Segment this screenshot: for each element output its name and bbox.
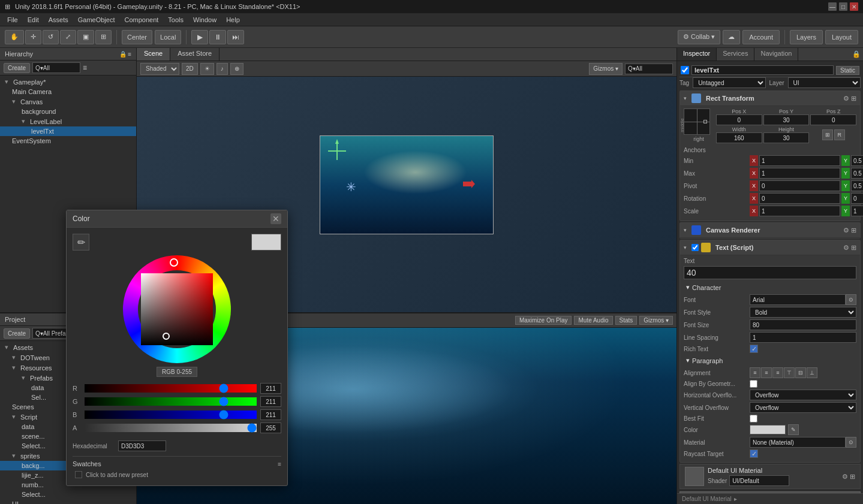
- component-settings-icon[interactable]: ⚙: [843, 95, 849, 102]
- v-overflow-select[interactable]: Overflow Truncate: [750, 402, 856, 413]
- align-middle-btn[interactable]: ⊟: [795, 367, 806, 378]
- font-input[interactable]: [750, 294, 846, 305]
- pos-z-input[interactable]: [810, 114, 856, 125]
- tab-inspector[interactable]: Inspector: [677, 48, 717, 61]
- hierarchy-menu-btn[interactable]: ≡: [83, 64, 87, 72]
- color-wheel-area[interactable]: [73, 255, 281, 363]
- minimize-btn[interactable]: —: [828, 2, 837, 11]
- effects-btn[interactable]: ⊕: [230, 63, 243, 75]
- hierarchy-search[interactable]: [32, 62, 80, 73]
- material-select-btn[interactable]: ⊙: [846, 437, 856, 448]
- hex-input[interactable]: [118, 440, 166, 451]
- stretch-h-btn[interactable]: R: [834, 129, 845, 140]
- menu-file[interactable]: File: [2, 15, 23, 25]
- center-toggle[interactable]: Center: [122, 30, 152, 44]
- project-create-btn[interactable]: Create: [4, 328, 30, 339]
- transform-tool[interactable]: ⊞: [95, 30, 112, 44]
- maximize-btn[interactable]: □: [839, 2, 847, 11]
- align-bottom-btn[interactable]: ⊥: [807, 367, 817, 378]
- pause-button[interactable]: ⏸: [209, 30, 226, 44]
- h-overflow-select[interactable]: Overflow Wrap: [750, 390, 856, 400]
- add-swatch-checkbox[interactable]: [75, 471, 82, 478]
- component-ref-icon[interactable]: ⊞: [851, 95, 856, 102]
- pos-y-input[interactable]: [763, 114, 810, 125]
- shader-value-input[interactable]: [729, 475, 789, 486]
- rect-tool[interactable]: ▣: [77, 30, 94, 44]
- scale-y-input[interactable]: [851, 206, 863, 216]
- swatches-options-icon[interactable]: ≡: [278, 461, 281, 467]
- menu-help[interactable]: Help: [221, 15, 245, 25]
- color-pick-btn[interactable]: ✎: [788, 424, 799, 435]
- anchor-preset-visual[interactable]: [684, 108, 710, 135]
- layer-select[interactable]: UI: [788, 77, 861, 88]
- rotate-tool[interactable]: ↺: [43, 30, 59, 44]
- max-y-input[interactable]: [851, 168, 863, 179]
- eyedropper-button[interactable]: ✏: [73, 234, 89, 251]
- gizmos-btn[interactable]: Gizmos ▾: [589, 63, 623, 75]
- text-script-header[interactable]: ▾ Text (Script) ⚙ ⊞: [680, 240, 860, 255]
- scene-search[interactable]: [625, 64, 673, 74]
- tree-item-leveltxt[interactable]: levelTxt: [0, 126, 136, 136]
- footer-expand-icon[interactable]: ▸: [734, 496, 737, 502]
- b-value-input[interactable]: [260, 409, 281, 420]
- rect-transform-header[interactable]: ▾ Rect Transform ⚙ ⊞: [680, 91, 860, 106]
- text-settings-icon[interactable]: ⚙: [843, 244, 849, 252]
- min-x-input[interactable]: [759, 155, 840, 166]
- rot-x-input[interactable]: [759, 193, 840, 204]
- canvas-settings-icon[interactable]: ⚙: [843, 227, 849, 234]
- color-picker-close-btn[interactable]: ✕: [270, 213, 281, 224]
- object-active-checkbox[interactable]: [681, 66, 689, 74]
- hierarchy-menu-icon[interactable]: ≡: [128, 51, 131, 58]
- tree-item-levellabel[interactable]: ▾ LevelLabel: [0, 116, 136, 126]
- tag-select[interactable]: Untagged: [693, 77, 765, 88]
- layout-button[interactable]: Layout: [825, 30, 858, 44]
- g-value-input[interactable]: [260, 396, 281, 407]
- tab-scene[interactable]: Scene: [137, 48, 170, 61]
- max-x-input[interactable]: [759, 168, 840, 179]
- g-slider[interactable]: [85, 397, 257, 406]
- hierarchy-create-btn[interactable]: Create: [4, 63, 30, 73]
- color-mode-button[interactable]: RGB 0-255: [157, 367, 197, 377]
- tree-item-maincamera[interactable]: Main Camera: [0, 87, 136, 96]
- menu-window[interactable]: Window: [188, 15, 221, 25]
- audio-btn[interactable]: ♪: [216, 63, 228, 75]
- tree-item-eventsystem[interactable]: EventSystem: [0, 136, 136, 146]
- a-slider[interactable]: [85, 424, 257, 432]
- material-ref-icon[interactable]: ⊞: [850, 473, 855, 481]
- tree-item-canvas[interactable]: ▾ Canvas: [0, 96, 136, 107]
- menu-component[interactable]: Component: [119, 15, 163, 25]
- play-button[interactable]: ▶: [191, 30, 208, 44]
- tree-item-background[interactable]: background: [0, 107, 136, 116]
- pos-x-input[interactable]: [716, 114, 762, 125]
- canvas-renderer-header[interactable]: ▾ Canvas Renderer ⚙ ⊞: [680, 223, 860, 238]
- text-value-input[interactable]: [684, 266, 856, 279]
- r-value-input[interactable]: [260, 383, 281, 394]
- min-y-input[interactable]: [851, 155, 863, 166]
- canvas-ref-icon[interactable]: ⊞: [851, 227, 856, 234]
- character-section[interactable]: ▾ Character: [684, 282, 856, 293]
- rich-text-checkbox[interactable]: ✓: [750, 345, 758, 353]
- static-button[interactable]: Static: [836, 66, 859, 75]
- inspector-lock-icon[interactable]: 🔒: [852, 50, 861, 58]
- align-geometry-checkbox[interactable]: [750, 380, 757, 388]
- mute-audio-btn[interactable]: Mute Audio: [574, 316, 612, 325]
- best-fit-checkbox[interactable]: [750, 415, 757, 422]
- b-slider[interactable]: [85, 411, 257, 419]
- local-toggle[interactable]: Local: [155, 30, 181, 44]
- text-enabled-checkbox[interactable]: [691, 244, 699, 251]
- height-input[interactable]: [763, 132, 810, 143]
- pivot-y-input[interactable]: [851, 180, 863, 191]
- paragraph-section[interactable]: ▾ Paragraph: [684, 355, 856, 366]
- stats-btn[interactable]: Stats: [615, 316, 638, 325]
- tab-services[interactable]: Services: [717, 48, 754, 61]
- text-ref-icon[interactable]: ⊞: [851, 244, 856, 252]
- stretch-w-btn[interactable]: ⊞: [822, 129, 833, 140]
- tree-item-select2[interactable]: Select...: [0, 490, 136, 499]
- scale-x-input[interactable]: [759, 206, 840, 216]
- tab-navigation[interactable]: Navigation: [754, 48, 798, 61]
- object-name-field[interactable]: levelTxt: [691, 65, 834, 75]
- r-slider[interactable]: [85, 384, 257, 393]
- cloud-button[interactable]: ☁: [723, 30, 740, 44]
- add-preset-row[interactable]: Click to add new preset: [73, 470, 281, 479]
- font-select-btn[interactable]: ⊙: [846, 294, 856, 305]
